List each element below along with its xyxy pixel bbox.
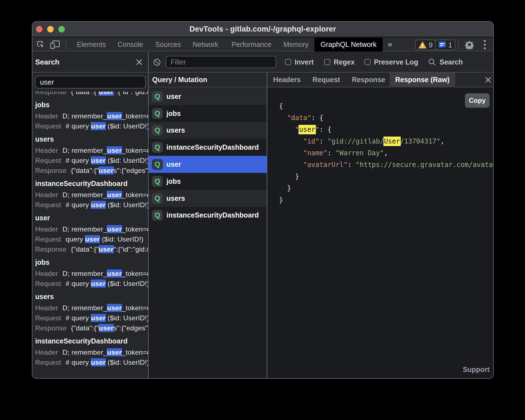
search-result-line[interactable]: HeaderD; remember_user_token=eyJf bbox=[35, 145, 148, 156]
tab-console[interactable]: Console bbox=[118, 38, 143, 51]
query-row[interactable]: Quser bbox=[149, 88, 267, 105]
query-row[interactable]: QinstanceSecurityDashboard bbox=[149, 139, 267, 156]
query-row[interactable]: Qjobs bbox=[149, 105, 267, 122]
panel-divider-middle[interactable] bbox=[267, 73, 267, 378]
search-result-line[interactable]: Request# query user ($id: UserID!) bbox=[35, 279, 148, 289]
close-window-button[interactable] bbox=[36, 26, 42, 32]
zoom-window-button[interactable] bbox=[58, 26, 65, 32]
search-result-line-label: Header bbox=[35, 112, 58, 120]
panel-divider-left[interactable] bbox=[148, 52, 149, 378]
search-result-line[interactable]: Response{"data":{"user":{"id":"gid:/ bbox=[35, 244, 148, 254]
text-segment: _token=eyJf bbox=[122, 349, 148, 356]
copy-button[interactable]: Copy bbox=[465, 93, 490, 108]
match-highlight: user bbox=[99, 245, 114, 253]
search-result-line-label: Response bbox=[35, 324, 66, 332]
search-result-line[interactable]: HeaderD; remember_user_token=eyJf bbox=[35, 111, 148, 121]
text-segment: " bbox=[315, 126, 319, 133]
invert-checkbox[interactable] bbox=[285, 59, 291, 65]
tab-performance[interactable]: Performance bbox=[232, 38, 271, 51]
match-highlight: user bbox=[91, 122, 106, 130]
inspect-element-icon[interactable] bbox=[37, 38, 44, 51]
detail-tab-response[interactable]: Response bbox=[352, 73, 385, 87]
search-result-line-label: Header bbox=[35, 225, 58, 233]
search-result-line[interactable]: Request# query user ($id: UserID!) bbox=[35, 121, 148, 131]
query-row[interactable]: Qusers bbox=[149, 122, 267, 139]
match-highlight: user bbox=[91, 156, 106, 164]
more-tabs-chevron-icon[interactable]: » bbox=[388, 38, 392, 51]
search-result-line[interactable]: Request# query user ($id: UserID!) bbox=[35, 156, 148, 166]
message-bubble-icon bbox=[438, 41, 446, 49]
close-search-panel-icon[interactable] bbox=[136, 59, 143, 66]
text-segment: # query bbox=[66, 122, 91, 130]
text-segment: ":{"id":"gid:/ bbox=[114, 245, 148, 253]
search-result-line[interactable]: HeaderD; remember_user_token=eyJf bbox=[35, 224, 148, 234]
search-result-group-title[interactable]: jobs bbox=[35, 257, 148, 267]
support-link[interactable]: Support bbox=[463, 366, 490, 374]
search-result-group-title[interactable]: instanceSecurityDashboard bbox=[35, 336, 148, 346]
text-segment: "data" bbox=[287, 114, 311, 122]
tab-sources[interactable]: Sources bbox=[155, 38, 181, 51]
kebab-menu-icon[interactable] bbox=[481, 38, 489, 51]
query-rows: QuserQjobsQusersQinstanceSecurityDashboa… bbox=[149, 88, 267, 378]
text-segment: "gid://gitlab/ bbox=[327, 137, 384, 145]
search-result-line[interactable]: Response{"data":{"users":{"edges":[ bbox=[35, 166, 148, 176]
tab-memory[interactable]: Memory bbox=[283, 38, 309, 51]
toggle-device-toolbar-icon[interactable] bbox=[50, 38, 60, 51]
close-detail-panel-icon[interactable] bbox=[485, 77, 491, 83]
search-result-group: instanceSecurityDashboardHeaderD; rememb… bbox=[35, 178, 148, 210]
search-result-group-title[interactable]: users bbox=[35, 292, 148, 302]
query-row[interactable]: Qusers bbox=[149, 190, 267, 207]
tab-elements[interactable]: Elements bbox=[77, 38, 106, 51]
settings-gear-icon[interactable] bbox=[464, 38, 474, 51]
search-result-line[interactable]: Request# query user ($id: UserID!) bbox=[35, 200, 148, 210]
tab-graphql-network-active[interactable]: GraphQL Network bbox=[314, 38, 383, 51]
minimize-window-button[interactable] bbox=[47, 26, 54, 32]
query-row[interactable]: Qjobs bbox=[149, 173, 267, 190]
detail-tab-response-raw-active[interactable]: Response (Raw) bbox=[390, 73, 455, 87]
query-row[interactable]: QinstanceSecurityDashboard bbox=[149, 207, 267, 224]
search-result-line[interactable]: HeaderD; remember_user_token=eyJf bbox=[35, 190, 148, 200]
text-segment: ($id: UserID!) bbox=[106, 122, 148, 130]
preserve-log-checkbox[interactable] bbox=[364, 59, 371, 65]
warning-count: 9 bbox=[429, 41, 433, 49]
messages-badge[interactable]: 1 bbox=[435, 40, 455, 50]
regex-checkbox-group[interactable]: Regex bbox=[324, 52, 355, 72]
window-title: DevTools - gitlab.com/-/graphql-explorer bbox=[32, 22, 493, 37]
text-segment: : bbox=[327, 149, 335, 157]
clear-filter-icon[interactable] bbox=[153, 59, 161, 66]
text-segment: {"data":{" bbox=[71, 245, 99, 253]
detail-tab-request[interactable]: Request bbox=[312, 73, 340, 87]
warnings-badge[interactable]: 9 bbox=[415, 40, 436, 50]
query-row-selected[interactable]: Quser bbox=[149, 156, 267, 173]
search-toggle[interactable]: Search bbox=[428, 52, 463, 72]
match-highlight: User bbox=[383, 137, 401, 146]
search-result-group-title[interactable]: jobs bbox=[35, 100, 148, 110]
query-row-label: users bbox=[166, 126, 185, 134]
json-line: "name": "Warren Day", bbox=[279, 147, 493, 159]
search-result-line[interactable]: HeaderD; remember_user_token=eyJf bbox=[35, 303, 148, 313]
filter-input[interactable] bbox=[166, 56, 276, 68]
search-result-group-title[interactable]: instanceSecurityDashboard bbox=[35, 178, 148, 188]
warning-triangle-icon bbox=[419, 42, 426, 49]
search-result-group-title[interactable]: user bbox=[35, 213, 148, 223]
json-line: } bbox=[279, 182, 493, 194]
search-result-line[interactable]: Request# query user ($id: UserID!) bbox=[35, 313, 148, 323]
search-result-line[interactable]: HeaderD; remember_user_token=eyJf bbox=[35, 347, 148, 357]
preserve-log-checkbox-group[interactable]: Preserve Log bbox=[364, 52, 418, 72]
tab-network[interactable]: Network bbox=[193, 38, 218, 51]
search-input[interactable] bbox=[35, 76, 146, 89]
match-highlight: user bbox=[85, 235, 100, 243]
search-result-line-label: Header bbox=[35, 270, 58, 277]
search-result-line[interactable]: Requestquery user ($id: UserID!) bbox=[35, 234, 148, 244]
search-result-line-label: Header bbox=[35, 147, 58, 154]
search-result-line[interactable]: Response{"data":{"users":{"edges":[ bbox=[35, 323, 148, 333]
response-detail-panel: HeadersRequestResponseResponse (Raw) { "… bbox=[267, 73, 493, 378]
search-result-line[interactable]: Response{"data":{"user":{"id":"gid:/ bbox=[35, 92, 148, 97]
regex-checkbox[interactable] bbox=[324, 59, 330, 65]
search-result-line[interactable]: Request# query user ($id: UserID!) bbox=[35, 357, 148, 367]
invert-checkbox-group[interactable]: Invert bbox=[285, 52, 314, 72]
search-result-group-title[interactable]: users bbox=[35, 134, 148, 144]
text-segment: "id" bbox=[303, 137, 319, 145]
search-result-line[interactable]: HeaderD; remember_user_token=eyJf bbox=[35, 269, 148, 279]
detail-tab-headers[interactable]: Headers bbox=[273, 73, 301, 87]
